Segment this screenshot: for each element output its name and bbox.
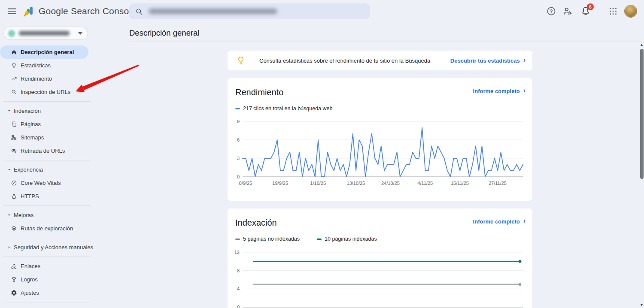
sidebar-item-label: Logros <box>21 276 38 283</box>
search-console-logo-icon <box>24 5 35 17</box>
svg-text:0: 0 <box>237 174 240 179</box>
property-name-redacted <box>19 31 70 36</box>
svg-text:24/10/25: 24/10/25 <box>381 181 400 186</box>
app-logo: Google Search Console <box>24 5 136 17</box>
svg-text:8/9/25: 8/9/25 <box>239 181 252 186</box>
title-divider <box>129 42 640 42</box>
sidebar-divider <box>3 257 91 257</box>
indexing-chart[interactable]: 12840 <box>228 246 532 308</box>
sidebar-item-overview[interactable]: Descripción general <box>0 45 88 59</box>
svg-text:9: 9 <box>237 119 240 124</box>
sidebar-divider <box>3 238 91 238</box>
chevron-right-icon: › <box>523 57 526 63</box>
sidebar-item-label: Core Web Vitals <box>21 180 61 186</box>
performance-full-report-link[interactable]: Informe completo › <box>473 88 526 94</box>
scrollbar-thumb[interactable] <box>640 49 644 179</box>
sidebar-item-experience[interactable]: Experiencia <box>0 163 94 176</box>
sidebar-item-insights[interactable]: Estadísticas <box>0 59 94 72</box>
legend-dash-icon <box>235 108 240 109</box>
sidebar-item-indexing[interactable]: Indexación <box>0 104 94 118</box>
svg-text:13/10/25: 13/10/25 <box>346 181 365 186</box>
sidebar-item-label: Mejoras <box>14 212 33 218</box>
sidebar-item-label: Enlaces <box>21 263 40 269</box>
sidebar-item-label: Indexación <box>14 108 41 114</box>
sidebar-item-url-inspection[interactable]: Inspección de URLs <box>0 85 94 99</box>
sidebar-item-settings[interactable]: Ajustes <box>0 286 94 299</box>
help-button[interactable] <box>546 6 556 16</box>
performance-card: Rendimiento Informe completo › 217 clics… <box>228 78 532 201</box>
lock-icon <box>11 193 17 199</box>
property-selector[interactable] <box>3 27 88 40</box>
search-icon <box>135 7 143 16</box>
user-avatar[interactable] <box>624 5 637 18</box>
svg-text:4/11/25: 4/11/25 <box>417 181 433 186</box>
banner-text: Consulta estadísticas sobre el rendimien… <box>256 57 440 64</box>
svg-text:1/10/25: 1/10/25 <box>310 181 326 186</box>
scrollbar[interactable]: ▲ ▼ <box>639 42 644 308</box>
links-icon <box>11 263 17 269</box>
sidebar-item-label: Sitemaps <box>21 134 44 141</box>
sidebar-item-label: Estadísticas <box>21 62 51 69</box>
sidebar-item-security[interactable]: Seguridad y Acciones manuales <box>0 241 94 254</box>
not-indexed-legend: 5 páginas no indexadas <box>235 236 300 242</box>
notification-badge: 6 <box>587 3 594 10</box>
legend-dash-icon <box>317 239 322 240</box>
sidebar-item-breadcrumbs[interactable]: Rutas de exploración <box>0 222 94 235</box>
gear-icon <box>11 290 17 296</box>
caret-down-icon <box>7 213 12 217</box>
caret-down-icon <box>7 167 12 172</box>
performance-card-title: Rendimiento <box>235 88 283 97</box>
chevron-right-icon: › <box>523 87 526 94</box>
svg-text:15/11/25: 15/11/25 <box>451 181 469 186</box>
lightbulb-icon <box>11 62 17 69</box>
user-settings-button[interactable] <box>562 6 573 16</box>
scroll-down-arrow[interactable]: ▼ <box>640 303 644 307</box>
svg-text:4: 4 <box>237 286 240 291</box>
sidebar-item-pages[interactable]: Páginas <box>0 118 94 131</box>
clicks-legend: 217 clics en total en la búsqueda web <box>235 106 332 112</box>
svg-text:8: 8 <box>237 268 240 273</box>
indexing-card-title: Indexación <box>235 218 277 228</box>
top-header: Google Search Console 6 <box>0 0 644 22</box>
trophy-icon <box>11 276 17 283</box>
insights-banner: Consulta estadísticas sobre el rendimien… <box>228 51 532 70</box>
caret-right-icon <box>7 245 12 250</box>
indexing-full-report-link[interactable]: Informe completo › <box>473 218 526 225</box>
sidebar-divider <box>3 160 91 160</box>
app-title: Google Search Console <box>39 6 136 16</box>
sidebar-item-label: Experiencia <box>14 166 43 173</box>
home-icon <box>11 49 17 55</box>
page-title: Descripción general <box>129 28 200 38</box>
notifications-button[interactable]: 6 <box>580 6 591 16</box>
sidebar-item-achievements[interactable]: Logros <box>0 273 94 286</box>
sidebar-item-https[interactable]: HTTPS <box>0 190 94 203</box>
sidebar-item-label: HTTPS <box>21 193 39 199</box>
sidebar-item-performance[interactable]: Rendimiento <box>0 72 94 85</box>
svg-text:12: 12 <box>234 250 240 255</box>
svg-text:3: 3 <box>237 156 240 161</box>
hamburger-menu-icon[interactable] <box>7 6 17 16</box>
sidebar-item-sitemaps[interactable]: Sitemaps <box>0 131 94 144</box>
sidebar-nav: Descripción generalEstadísticasRendimien… <box>0 45 94 305</box>
lightbulb-icon <box>236 56 246 65</box>
legend-dash-icon <box>235 239 240 240</box>
search-value-redacted <box>149 9 277 14</box>
sitemap-icon <box>11 134 17 141</box>
sidebar-item-label: Páginas <box>21 121 41 127</box>
indexed-legend: 10 páginas indexadas <box>317 236 377 242</box>
sidebar-item-enhancements[interactable]: Mejoras <box>0 208 94 222</box>
performance-chart[interactable]: 96308/9/2519/9/251/10/2513/10/2524/10/25… <box>228 116 532 193</box>
discover-insights-link[interactable]: Descubrir tus estadísticas › <box>450 57 526 64</box>
property-search-input[interactable] <box>129 3 370 19</box>
property-status-icon <box>8 30 15 37</box>
sidebar-item-core-web-vitals[interactable]: Core Web Vitals <box>0 176 94 190</box>
scroll-up-arrow[interactable]: ▲ <box>640 43 644 47</box>
sidebar-item-label: Inspección de URLs <box>21 89 70 95</box>
google-apps-button[interactable] <box>608 6 618 16</box>
sidebar-item-label: Ajustes <box>21 290 39 296</box>
speedometer-icon <box>11 180 17 186</box>
sidebar-item-removals[interactable]: Retirada de URLs <box>0 144 94 157</box>
chevron-right-icon: › <box>523 217 526 224</box>
sidebar-item-links[interactable]: Enlaces <box>0 260 94 273</box>
sidebar-item-label: Retirada de URLs <box>21 148 65 154</box>
